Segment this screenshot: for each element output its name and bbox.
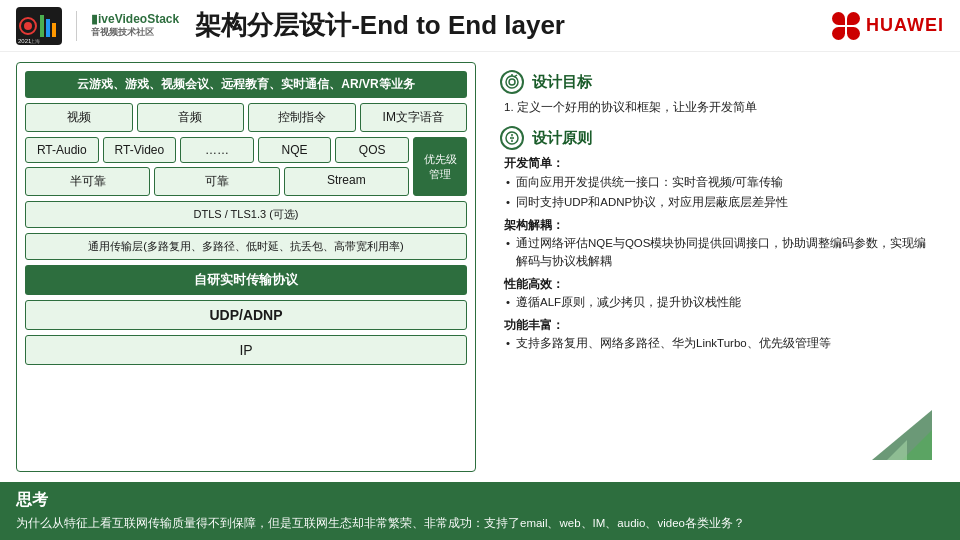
media-types-row: 视频 音频 控制指令 IM文字语音 [25, 103, 467, 132]
design-goal-title: 设计目标 [500, 70, 932, 94]
svg-point-8 [506, 76, 518, 88]
principle-icon [500, 126, 524, 150]
self-protocol-row: 自研实时传输协议 [25, 265, 467, 295]
live-video-stack-logo: ▮iveVideoStack 音视频技术社区 [91, 12, 179, 39]
media-im: IM文字语音 [360, 103, 468, 132]
conference-logo: 2021 上海 [16, 7, 62, 45]
svg-rect-4 [46, 19, 50, 37]
protocol-cols-row: RT-Audio RT-Video …… NQE QOS [25, 137, 409, 163]
reliable: 可靠 [154, 167, 279, 196]
svg-point-12 [506, 132, 518, 144]
svg-rect-5 [52, 23, 56, 37]
nqe: NQE [258, 137, 332, 163]
goal-icon [500, 70, 524, 94]
svg-text:上海: 上海 [30, 38, 40, 44]
principle-performance: 性能高效： 遵循ALF原则，减少拷贝，提升协议栈性能 [504, 275, 932, 312]
bottom-title: 思考 [16, 490, 944, 511]
semi-reliable: 半可靠 [25, 167, 150, 196]
design-principle-body: 开发简单： 面向应用开发提供统一接口：实时音视频/可靠传输 同时支持UDP和AD… [500, 154, 932, 354]
svg-line-11 [514, 75, 517, 77]
principle-dev-simple: 开发简单： 面向应用开发提供统一接口：实时音视频/可靠传输 同时支持UDP和AD… [504, 154, 932, 211]
deco-triangles [852, 400, 932, 460]
design-goal-section: 设计目标 1. 定义一个好用的协议和框架，让业务开发简单 [500, 70, 932, 116]
principle-bullet-5: 支持多路复用、网络多路径、华为LinkTurbo、优先级管理等 [504, 334, 932, 352]
right-panel: 设计目标 1. 定义一个好用的协议和框架，让业务开发简单 设计原则 [488, 62, 944, 472]
design-goal-body: 1. 定义一个好用的协议和框架，让业务开发简单 [500, 98, 932, 116]
protocol-block: RT-Audio RT-Video …… NQE QOS 半可靠 可靠 Stre… [25, 137, 467, 196]
page-title: 架构分层设计-End to End layer [195, 8, 832, 43]
principle-bullet-1: 面向应用开发提供统一接口：实时音视频/可靠传输 [504, 173, 932, 191]
principle-bullet-4: 遵循ALF原则，减少拷贝，提升协议栈性能 [504, 293, 932, 311]
svg-point-9 [509, 79, 515, 85]
huawei-label: HUAWEI [866, 15, 944, 36]
design-principle-section: 设计原则 开发简单： 面向应用开发提供统一接口：实时音视频/可靠传输 同时支持U… [500, 126, 932, 354]
principle-rich-features: 功能丰富： 支持多路复用、网络多路径、华为LinkTurbo、优先级管理等 [504, 316, 932, 353]
huawei-flower-icon [832, 12, 860, 40]
media-audio: 音频 [137, 103, 245, 132]
dtls-row: DTLS / TLS1.3 (可选) [25, 201, 467, 228]
bottom-thinking-section: 思考 为什么从特征上看互联网传输质量得不到保障，但是互联网生态却非常繁荣、非常成… [0, 482, 960, 540]
stream: Stream [284, 167, 409, 196]
svg-point-14 [511, 140, 513, 142]
huawei-logo: HUAWEI [832, 12, 944, 40]
principle-decouple: 架构解耦： 通过网络评估NQE与QOS模块协同提供回调接口，协助调整编码参数，实… [504, 216, 932, 271]
qos: QOS [335, 137, 409, 163]
main-content: 云游戏、游戏、视频会议、远程教育、实时通信、AR/VR等业务 视频 音频 控制指… [0, 52, 960, 482]
left-architecture-panel: 云游戏、游戏、视频会议、远程教育、实时通信、AR/VR等业务 视频 音频 控制指… [16, 62, 476, 472]
design-principle-title: 设计原则 [500, 126, 932, 150]
svg-point-2 [24, 22, 32, 30]
rt-video: RT-Video [103, 137, 177, 163]
svg-rect-3 [40, 15, 44, 37]
media-video: 视频 [25, 103, 133, 132]
transport-layer-row: 通用传输层(多路复用、多路径、低时延、抗丢包、高带宽利用率) [25, 233, 467, 260]
logo-area: 2021 上海 ▮iveVideoStack 音视频技术社区 [16, 7, 179, 45]
header: 2021 上海 ▮iveVideoStack 音视频技术社区 架构分层设计-En… [0, 0, 960, 52]
principle-bullet-3: 通过网络评估NQE与QOS模块协同提供回调接口，协助调整编码参数，实现编解码与协… [504, 234, 932, 271]
udp-row: UDP/ADNP [25, 300, 467, 330]
priority-management: 优先级管理 [413, 137, 467, 196]
business-layer-row: 云游戏、游戏、视频会议、远程教育、实时通信、AR/VR等业务 [25, 71, 467, 98]
logo-divider [76, 11, 77, 41]
principle-bullet-2: 同时支持UDP和ADNP协议，对应用层蔽底层差异性 [504, 193, 932, 211]
rt-audio: RT-Audio [25, 137, 99, 163]
ip-row: IP [25, 335, 467, 365]
svg-point-13 [511, 134, 513, 136]
reliability-row: 半可靠 可靠 Stream [25, 167, 409, 196]
media-control: 控制指令 [248, 103, 356, 132]
bottom-body: 为什么从特征上看互联网传输质量得不到保障，但是互联网生态却非常繁荣、非常成功：支… [16, 515, 944, 531]
ellipsis: …… [180, 137, 254, 163]
